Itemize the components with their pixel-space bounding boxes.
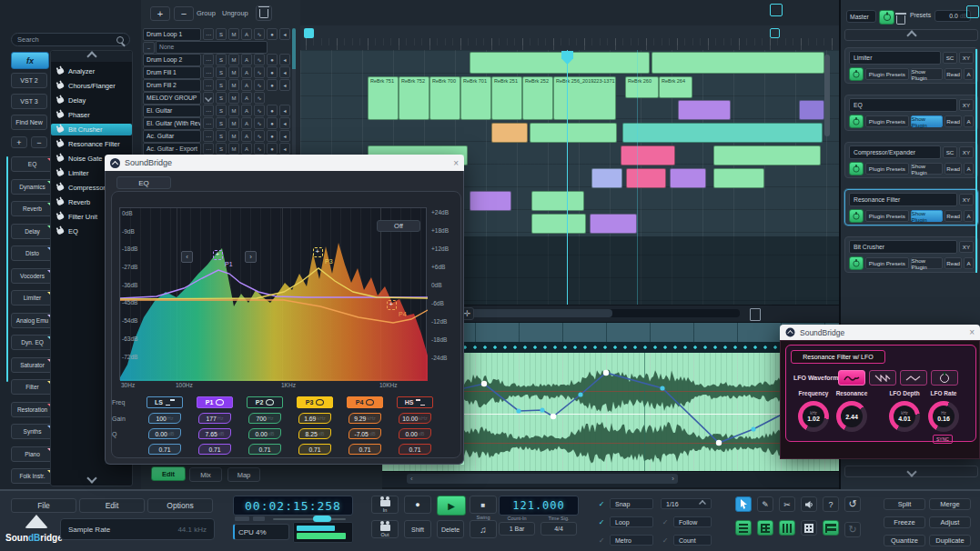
punch-in-button[interactable]: In	[371, 496, 399, 514]
scroll-right-icon[interactable]: ›	[672, 475, 674, 483]
waveform-saw-button[interactable]	[869, 370, 896, 386]
ungroup-button[interactable]: Ungroup	[222, 9, 248, 17]
record-enable-button[interactable]: ●	[267, 130, 278, 142]
record-enable-button[interactable]: ●	[267, 105, 278, 116]
eq-tab[interactable]: EQ	[116, 176, 171, 189]
arm-button[interactable]: A	[241, 130, 252, 142]
shift-button[interactable]: Shift	[404, 520, 431, 538]
snap-field[interactable]: Snap	[610, 498, 653, 509]
solo-button[interactable]: S	[216, 143, 227, 155]
mute-button[interactable]: M	[228, 54, 239, 65]
plugin-presets-button[interactable]: Plugin Presets	[865, 257, 909, 269]
monitor-button[interactable]: ◂	[279, 130, 290, 142]
category-button[interactable]: Synths	[11, 424, 54, 439]
show-plugin-button[interactable]: Show Plugin	[911, 115, 944, 127]
read-automation-button[interactable]: Read	[945, 68, 962, 80]
eq-band-handle-p4[interactable]	[387, 300, 397, 310]
rack-tab[interactable]: Find New	[11, 115, 47, 130]
solo-button[interactable]: S	[216, 54, 227, 65]
band-type-chip[interactable]: P4	[347, 396, 383, 408]
category-button[interactable]: Dynamics	[11, 179, 54, 195]
band-gain-field[interactable]: 7.65dB	[198, 428, 231, 439]
track-name-field[interactable]: Drum Fill 1	[143, 66, 201, 79]
metro-checkbox[interactable]: ✓	[597, 536, 606, 545]
track-row[interactable]: ~ Drum Loop 2 ⋯ S M A ∿ ● ◂	[143, 54, 290, 65]
play-button[interactable]: ▶	[437, 496, 466, 516]
metro-field[interactable]: Metro	[610, 535, 653, 546]
arm-button[interactable]: A	[241, 105, 252, 116]
pencil-tool[interactable]: ✎	[757, 496, 773, 512]
track-row[interactable]: ~ El. Guitar ⋯ S M A ∿ ● ◂	[143, 105, 290, 116]
category-button[interactable]: Disto	[11, 245, 54, 261]
eq-band-handle-p1[interactable]	[213, 250, 223, 260]
count-in-button[interactable]: 1 Bar	[499, 522, 535, 536]
category-button[interactable]: Folk Instr.	[11, 468, 54, 484]
plugin-list-item[interactable]: Chorus/Flanger	[51, 80, 132, 92]
add-track-button[interactable]: +	[150, 6, 170, 21]
action-button[interactable]: Freeze	[884, 516, 925, 528]
band-type-chip[interactable]: P2	[247, 396, 283, 408]
arm-button[interactable]: A	[241, 117, 252, 129]
xy-button[interactable]: XY	[959, 241, 974, 253]
plugin-list-item[interactable]: Delay	[51, 95, 132, 106]
audio-clip[interactable]	[591, 168, 622, 188]
plugin-power-button[interactable]	[849, 256, 864, 270]
plugin-slot-name[interactable]: Limiter	[849, 51, 941, 65]
mini-slider-handle[interactable]	[313, 516, 331, 522]
band-type-chip[interactable]: P3	[297, 396, 333, 408]
monitor-button[interactable]: ◂	[279, 54, 290, 65]
automation-button[interactable]: A	[964, 257, 974, 269]
plugin-power-button[interactable]	[849, 115, 864, 128]
track-name-field[interactable]: Drum Fill 2	[143, 79, 201, 92]
audio-clip[interactable]	[622, 123, 823, 143]
remove-track-button[interactable]: −	[174, 6, 194, 21]
menu-button[interactable]: File	[11, 498, 76, 513]
record-enable-button[interactable]: ●	[267, 117, 278, 129]
plugin-slot[interactable]: EQ SC XY Plugin Presets Show Plugin Read…	[844, 95, 978, 131]
track-options-button[interactable]: ⋯	[203, 66, 214, 78]
plugin-power-button[interactable]	[849, 67, 864, 81]
automation-button[interactable]: ∿	[254, 117, 265, 129]
automation-node[interactable]	[716, 440, 722, 446]
automation-button[interactable]: ∿	[254, 143, 265, 155]
sidechain-button[interactable]: SC	[943, 52, 957, 64]
monitor-button[interactable]: ◂	[279, 117, 290, 129]
master-expand-button[interactable]	[844, 466, 978, 477]
automation-node[interactable]	[660, 386, 664, 390]
audio-clip[interactable]	[652, 52, 824, 74]
rack-tab[interactable]: VST 2	[11, 73, 47, 88]
snap-checkbox[interactable]: ✓	[597, 499, 606, 508]
lfo-power-button[interactable]	[931, 370, 958, 386]
loop-start-flag[interactable]	[304, 28, 314, 38]
automation-button[interactable]: A	[964, 163, 974, 175]
audio-clip[interactable]: ReBrk 751	[368, 76, 399, 120]
audio-clip[interactable]: ReBrk 251	[491, 76, 522, 120]
category-button[interactable]: Limiter	[11, 290, 54, 306]
sync-button[interactable]: SYNC	[933, 435, 953, 444]
mute-button[interactable]: M	[228, 79, 239, 91]
add-plugin-button[interactable]: +	[11, 136, 27, 148]
plugin-power-button[interactable]	[849, 162, 864, 175]
help-tool[interactable]: ?	[823, 496, 839, 512]
automation-button[interactable]: ∿	[254, 28, 265, 40]
mini-slider-track[interactable]	[273, 518, 346, 520]
master-power-button[interactable]	[879, 10, 894, 25]
plugin-presets-button[interactable]: Plugin Presets	[865, 210, 909, 222]
keys-view-button[interactable]	[823, 520, 839, 536]
xy-button[interactable]: XY	[959, 52, 974, 64]
monitor-button[interactable]: ◂	[279, 143, 290, 155]
master-collapse-button[interactable]	[844, 29, 978, 41]
audio-clip[interactable]	[670, 168, 706, 188]
band-gain-field[interactable]: 0.00dB	[248, 428, 281, 439]
solo-button[interactable]: S	[216, 105, 227, 116]
band-gain-field[interactable]: 0.00dB	[148, 428, 181, 439]
automation-button[interactable]: ∿	[254, 105, 265, 116]
delete-track-button[interactable]	[256, 5, 272, 21]
band-gain-field[interactable]: 0.00dB	[399, 428, 431, 439]
audio-clip[interactable]: ReBrk 252	[522, 76, 553, 120]
band-gain-field[interactable]: -7.05dB	[349, 428, 381, 439]
automation-button[interactable]: ∿	[254, 79, 265, 91]
audio-clip[interactable]: ReBrk 752	[399, 76, 429, 120]
read-automation-button[interactable]: Read	[945, 115, 962, 127]
track-options-button[interactable]: ⋯	[203, 130, 214, 142]
